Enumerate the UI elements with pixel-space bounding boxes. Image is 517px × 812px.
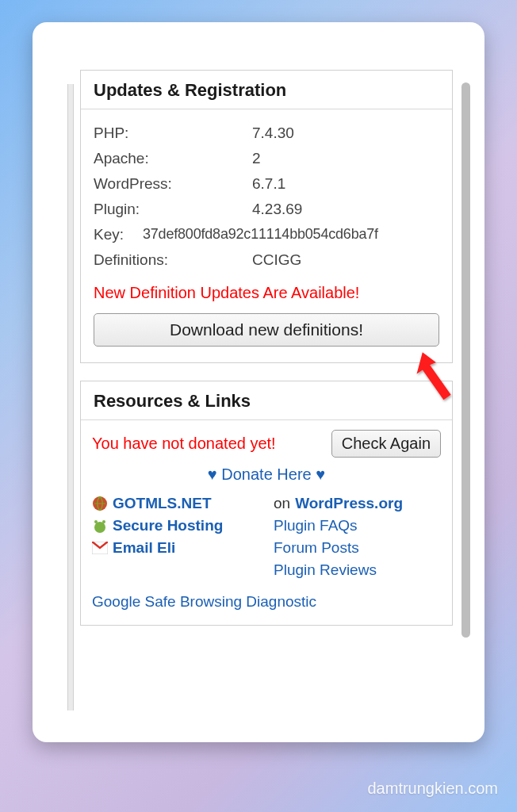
- wporg-link[interactable]: WordPress.org: [295, 495, 403, 512]
- svg-point-1: [94, 522, 105, 533]
- forum-posts-link[interactable]: Forum Posts: [274, 539, 359, 557]
- apache-label: Apache:: [94, 150, 252, 167]
- gmail-icon: [92, 540, 108, 556]
- secure-hosting-link-row: Secure Hosting: [92, 517, 259, 534]
- resources-panel-body: You have not donated yet! Check Again ♥ …: [81, 420, 452, 625]
- check-again-button[interactable]: Check Again: [331, 430, 441, 458]
- plugin-faqs-link[interactable]: Plugin FAQs: [274, 517, 358, 534]
- left-scrollbar-rail[interactable]: [67, 84, 74, 710]
- plugin-value: 4.23.69: [252, 201, 439, 218]
- panels-container: Updates & Registration PHP: 7.4.30 Apach…: [80, 70, 453, 626]
- gotmls-link-row: GOTMLS.NET: [92, 495, 259, 512]
- forum-posts-row: Forum Posts: [274, 539, 441, 557]
- wordpress-label: WordPress:: [94, 175, 252, 193]
- wordpress-value: 6.7.1: [252, 175, 439, 193]
- key-value: 37def800fd8a92c11114bb054cd6ba7f: [143, 226, 439, 243]
- update-available-alert: New Definition Updates Are Available!: [94, 284, 439, 302]
- plugin-reviews-row: Plugin Reviews: [274, 561, 441, 579]
- plugin-faqs-row: Plugin FAQs: [274, 517, 441, 534]
- email-eli-link-row: Email Eli: [92, 539, 259, 557]
- gotmls-link[interactable]: GOTMLS.NET: [113, 495, 212, 512]
- wporg-link-row: on WordPress.org: [274, 495, 441, 512]
- right-scrollbar-thumb[interactable]: [461, 82, 470, 638]
- updates-panel-header: Updates & Registration: [81, 71, 452, 109]
- definitions-value: CCIGG: [252, 251, 439, 269]
- resources-panel-header: Resources & Links: [81, 381, 452, 420]
- php-label: PHP:: [94, 124, 252, 142]
- gsb-row: Google Safe Browsing Diagnostic: [92, 593, 441, 611]
- php-value: 7.4.30: [252, 124, 439, 142]
- svg-point-3: [102, 520, 105, 523]
- screenshot-frame: Updates & Registration PHP: 7.4.30 Apach…: [33, 22, 484, 742]
- plugin-reviews-link[interactable]: Plugin Reviews: [274, 561, 377, 579]
- heart-icon: ♥: [208, 465, 217, 483]
- updates-panel-body: PHP: 7.4.30 Apache: 2 WordPress: 6.7.1 P…: [81, 109, 452, 362]
- links-columns: GOTMLS.NET Secure Hosting: [92, 495, 441, 584]
- php-row: PHP: 7.4.30: [94, 121, 439, 146]
- email-eli-link[interactable]: Email Eli: [113, 539, 175, 557]
- globe-icon: [92, 496, 108, 511]
- on-text: on: [274, 495, 290, 512]
- updates-panel: Updates & Registration PHP: 7.4.30 Apach…: [80, 70, 453, 363]
- plugin-row: Plugin: 4.23.69: [94, 197, 439, 222]
- download-definitions-button[interactable]: Download new definitions!: [94, 313, 439, 347]
- definitions-row: Definitions: CCIGG: [94, 247, 439, 273]
- secure-hosting-link[interactable]: Secure Hosting: [113, 517, 223, 534]
- donate-here-row: ♥ Donate Here ♥: [92, 465, 441, 484]
- donate-warning: You have not donated yet!: [92, 435, 276, 453]
- links-right-col: on WordPress.org Plugin FAQs Forum Posts…: [274, 495, 441, 584]
- definitions-label: Definitions:: [94, 251, 252, 269]
- watermark: damtrungkien.com: [367, 779, 498, 798]
- resources-panel: Resources & Links You have not donated y…: [80, 381, 453, 626]
- donate-here-link[interactable]: Donate Here: [221, 465, 311, 483]
- apache-value: 2: [252, 150, 439, 167]
- plugin-label: Plugin:: [94, 201, 252, 218]
- gsb-link[interactable]: Google Safe Browsing Diagnostic: [92, 593, 316, 610]
- resources-panel-title: Resources & Links: [94, 391, 439, 412]
- updates-panel-title: Updates & Registration: [94, 80, 439, 101]
- wordpress-row: WordPress: 6.7.1: [94, 171, 439, 197]
- key-label: Key:: [94, 226, 143, 243]
- key-row: Key: 37def800fd8a92c11114bb054cd6ba7f: [94, 222, 439, 247]
- scroll-area: Updates & Registration PHP: 7.4.30 Apach…: [47, 36, 470, 728]
- shrek-icon: [92, 518, 108, 534]
- links-left-col: GOTMLS.NET Secure Hosting: [92, 495, 259, 584]
- apache-row: Apache: 2: [94, 146, 439, 171]
- heart-icon: ♥: [316, 465, 325, 483]
- donate-status-row: You have not donated yet! Check Again: [92, 428, 441, 458]
- svg-point-2: [94, 520, 98, 523]
